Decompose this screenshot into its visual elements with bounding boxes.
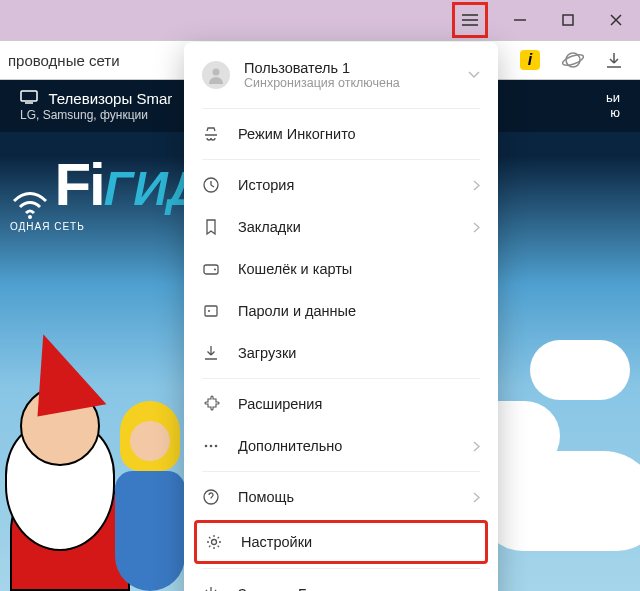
menu-separator bbox=[202, 471, 480, 472]
yandex-services-icon[interactable]: i bbox=[520, 50, 540, 70]
menu-item-wallet[interactable]: Кошелёк и карты bbox=[184, 248, 498, 290]
chevron-right-icon bbox=[473, 441, 480, 452]
menu-item-more[interactable]: Дополнительно bbox=[184, 425, 498, 467]
menu-label: Пароли и данные bbox=[238, 303, 480, 319]
banner-text-right-2: ю bbox=[606, 105, 620, 120]
menu-item-downloads[interactable]: Загрузки bbox=[184, 332, 498, 374]
bookmark-icon bbox=[202, 218, 220, 236]
download-icon bbox=[202, 344, 220, 362]
svg-rect-9 bbox=[205, 306, 217, 316]
clock-icon bbox=[202, 176, 220, 194]
gear-icon bbox=[205, 533, 223, 551]
menu-label: Загрузки bbox=[238, 345, 480, 361]
site-logo: FiГИД ОДНАЯ СЕТЬ bbox=[10, 150, 202, 232]
menu-label: Настройки bbox=[241, 534, 477, 550]
power-icon bbox=[202, 585, 220, 591]
menu-label: Закрыть Браузер bbox=[238, 586, 480, 591]
incognito-icon bbox=[202, 125, 220, 143]
close-window-button[interactable] bbox=[592, 0, 640, 40]
maximize-icon bbox=[562, 14, 574, 26]
menu-separator bbox=[202, 568, 480, 569]
menu-item-help[interactable]: Помощь bbox=[184, 476, 498, 518]
wifi-icon bbox=[10, 181, 50, 221]
address-bar-icons: i bbox=[520, 49, 640, 71]
menu-label: Помощь bbox=[238, 489, 455, 505]
chevron-right-icon bbox=[473, 222, 480, 233]
menu-item-extensions[interactable]: Расширения bbox=[184, 383, 498, 425]
key-icon bbox=[202, 302, 220, 320]
menu-separator bbox=[202, 378, 480, 379]
main-menu-button[interactable] bbox=[452, 2, 488, 38]
banner-text-right-1: ьи bbox=[606, 90, 620, 105]
maximize-button[interactable] bbox=[544, 0, 592, 40]
tv-icon bbox=[20, 90, 38, 104]
svg-rect-3 bbox=[21, 91, 37, 101]
chevron-right-icon bbox=[473, 492, 480, 503]
menu-label: Расширения bbox=[238, 396, 480, 412]
menu-label: Дополнительно bbox=[238, 438, 455, 454]
planet-icon[interactable] bbox=[562, 49, 584, 71]
menu-separator bbox=[202, 108, 480, 109]
hamburger-icon bbox=[462, 14, 478, 26]
user-sync-status: Синхронизация отключена bbox=[244, 76, 454, 90]
svg-point-5 bbox=[213, 69, 220, 76]
banner-title: Телевизоры Smar bbox=[48, 90, 172, 107]
menu-item-close-browser[interactable]: Закрыть Браузер bbox=[184, 573, 498, 591]
avatar-icon bbox=[202, 61, 230, 89]
minimize-icon bbox=[514, 14, 526, 26]
svg-point-11 bbox=[210, 445, 213, 448]
chevron-right-icon bbox=[473, 180, 480, 191]
minimize-button[interactable] bbox=[496, 0, 544, 40]
menu-item-history[interactable]: История bbox=[184, 164, 498, 206]
svg-point-14 bbox=[212, 540, 217, 545]
chevron-down-icon bbox=[468, 71, 480, 79]
menu-item-bookmarks[interactable]: Закладки bbox=[184, 206, 498, 248]
menu-label: Кошелёк и карты bbox=[238, 261, 480, 277]
menu-label: Закладки bbox=[238, 219, 455, 235]
menu-item-settings[interactable]: Настройки bbox=[205, 533, 477, 551]
menu-label: Режим Инкогнито bbox=[238, 126, 480, 142]
window-titlebar bbox=[0, 0, 640, 40]
user-name: Пользователь 1 bbox=[244, 60, 454, 76]
main-menu-dropdown: Пользователь 1 Синхронизация отключена Р… bbox=[184, 42, 498, 591]
menu-item-passwords[interactable]: Пароли и данные bbox=[184, 290, 498, 332]
svg-point-8 bbox=[214, 269, 216, 271]
settings-highlight: Настройки bbox=[194, 520, 488, 564]
menu-item-incognito[interactable]: Режим Инкогнито bbox=[184, 113, 498, 155]
svg-rect-0 bbox=[563, 15, 573, 25]
logo-fi: Fi bbox=[54, 151, 103, 218]
cloud-decoration bbox=[530, 340, 630, 400]
svg-point-4 bbox=[28, 215, 32, 219]
svg-point-12 bbox=[215, 445, 218, 448]
dots-icon bbox=[202, 437, 220, 455]
svg-point-10 bbox=[205, 445, 208, 448]
puzzle-icon bbox=[202, 395, 220, 413]
menu-separator bbox=[202, 159, 480, 160]
wallet-icon bbox=[202, 260, 220, 278]
menu-user-section[interactable]: Пользователь 1 Синхронизация отключена bbox=[184, 46, 498, 104]
logo-sub: ОДНАЯ СЕТЬ bbox=[10, 221, 202, 232]
close-icon bbox=[610, 14, 622, 26]
menu-label: История bbox=[238, 177, 455, 193]
help-icon bbox=[202, 488, 220, 506]
download-icon[interactable] bbox=[606, 52, 622, 68]
svg-point-2 bbox=[562, 52, 584, 67]
